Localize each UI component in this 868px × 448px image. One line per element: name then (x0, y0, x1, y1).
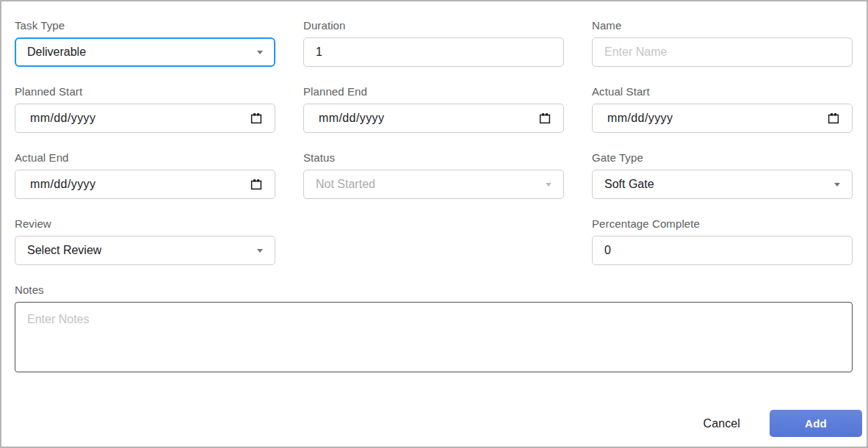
notes-field-group: Notes (15, 283, 853, 375)
calendar-icon[interactable] (827, 112, 840, 125)
gate-type-select[interactable]: Soft Gate (592, 170, 853, 199)
actual-end-date-input[interactable]: mm/dd/yyyy (15, 170, 275, 199)
planned-end-date-input[interactable]: mm/dd/yyyy (303, 104, 564, 133)
planned-start-date-input[interactable]: mm/dd/yyyy (15, 104, 275, 133)
actual-end-field-group: Actual End mm/dd/yyyy (15, 151, 275, 199)
task-type-value: Deliverable (27, 46, 86, 59)
notes-label: Notes (15, 283, 853, 297)
dialog-footer: Cancel Add (704, 410, 862, 437)
percentage-complete-label: Percentage Complete (592, 217, 853, 231)
planned-end-value: mm/dd/yyyy (319, 112, 384, 125)
cancel-button[interactable]: Cancel (704, 417, 740, 430)
planned-start-field-group: Planned Start mm/dd/yyyy (15, 84, 275, 133)
task-editor-dialog: { "dialog": { "fields": { "task_type": {… (0, 0, 868, 448)
status-value: Not Started (316, 178, 375, 191)
actual-start-field-group: Actual Start mm/dd/yyyy (592, 84, 853, 133)
gate-type-label: Gate Type (592, 151, 853, 165)
actual-end-value: mm/dd/yyyy (30, 178, 95, 191)
actual-start-label: Actual Start (592, 84, 853, 99)
chevron-down-icon (257, 249, 263, 253)
task-type-field-group: Task Type Deliverable (15, 18, 275, 67)
add-button[interactable]: Add (770, 410, 862, 437)
status-field-group: Status Not Started (303, 151, 564, 199)
review-value: Select Review (27, 244, 101, 257)
empty-cell (303, 217, 564, 265)
review-label: Review (15, 217, 275, 231)
review-select[interactable]: Select Review (15, 236, 275, 265)
calendar-icon[interactable] (250, 112, 263, 125)
planned-start-value: mm/dd/yyyy (30, 112, 95, 125)
name-input[interactable] (592, 37, 853, 67)
status-select[interactable]: Not Started (303, 170, 564, 199)
gate-type-value: Soft Gate (604, 178, 654, 191)
chevron-down-icon (834, 183, 840, 187)
duration-input[interactable] (303, 37, 564, 67)
actual-start-date-input[interactable]: mm/dd/yyyy (592, 104, 853, 133)
percentage-complete-field-group: Percentage Complete (592, 217, 853, 265)
status-label: Status (303, 151, 564, 165)
actual-start-value: mm/dd/yyyy (607, 112, 673, 125)
duration-label: Duration (303, 18, 564, 33)
task-type-select[interactable]: Deliverable (15, 37, 275, 67)
task-type-label: Task Type (15, 18, 275, 33)
duration-field-group: Duration (303, 18, 564, 67)
task-form: Task Type Deliverable Duration Name Plan… (1, 1, 867, 375)
calendar-icon[interactable] (538, 112, 551, 125)
calendar-icon[interactable] (250, 178, 263, 191)
actual-end-label: Actual End (15, 151, 275, 165)
notes-textarea[interactable] (15, 302, 853, 372)
chevron-down-icon (257, 51, 263, 54)
chevron-down-icon (546, 183, 551, 187)
percentage-complete-input[interactable] (592, 236, 853, 265)
planned-end-label: Planned End (303, 84, 564, 99)
planned-start-label: Planned Start (15, 84, 275, 99)
gate-type-field-group: Gate Type Soft Gate (592, 151, 853, 199)
name-field-group: Name (592, 18, 853, 67)
planned-end-field-group: Planned End mm/dd/yyyy (303, 84, 564, 133)
review-field-group: Review Select Review (15, 217, 275, 265)
name-label: Name (592, 18, 853, 33)
